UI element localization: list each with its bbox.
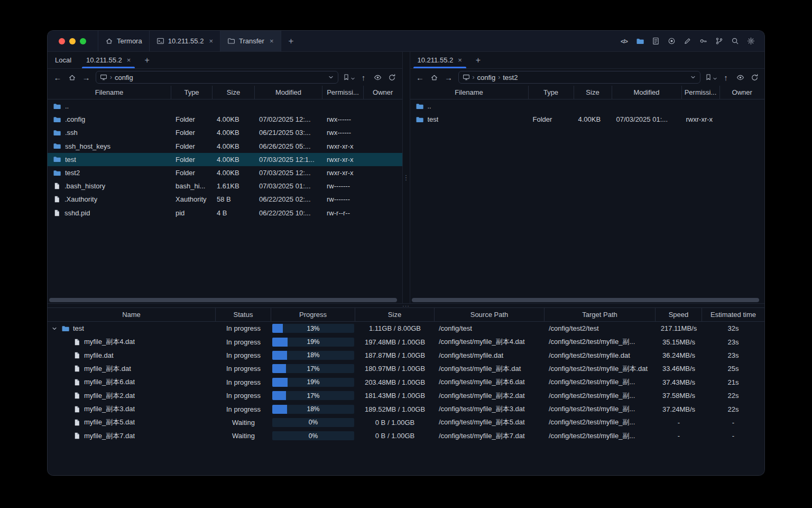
panel-tab-10.211.55.2[interactable]: 10.211.55.2× — [79, 52, 138, 68]
size-cell: 4.00KB — [213, 115, 255, 123]
back-button[interactable]: ← — [51, 71, 64, 84]
close-window-button[interactable] — [59, 38, 65, 44]
column-header-owner[interactable]: Owner — [720, 86, 765, 99]
key-icon[interactable] — [699, 37, 708, 46]
home-button[interactable] — [428, 71, 441, 84]
column-header-speed[interactable]: Speed — [656, 308, 702, 321]
column-header-owner[interactable]: Owner — [364, 86, 402, 99]
bookmark-button[interactable] — [704, 71, 718, 84]
refresh-button[interactable] — [386, 71, 399, 84]
filename-label: ssh_host_keys — [65, 142, 110, 150]
column-header-source-path[interactable]: Source Path — [435, 308, 545, 321]
column-header-estimated-time[interactable]: Estimated time — [702, 308, 764, 321]
record-icon[interactable] — [667, 37, 676, 46]
chevron-down-icon[interactable] — [690, 74, 696, 80]
column-header-type[interactable]: Type — [171, 86, 213, 99]
path-breadcrumb[interactable]: ›config — [96, 71, 338, 84]
transfer-row-myfile-.dat[interactable]: myfile_副本.datIn progress17%180.97MB / 1.… — [48, 362, 764, 375]
log-icon[interactable] — [651, 37, 660, 46]
transfer-row-myfile-2.dat[interactable]: myfile_副本2.datIn progress17%181.43MB / 1… — [48, 389, 764, 402]
file-row-ssh-host-keys[interactable]: ssh_host_keysFolder4.00KB06/26/2025 05:.… — [48, 140, 402, 153]
transfer-row-myfile-7.dat[interactable]: myfile_副本7.datWaiting0%0 B / 1.00GB/conf… — [48, 429, 764, 442]
column-header-size[interactable]: Size — [355, 308, 435, 321]
transfer-row-myfile-6.dat[interactable]: myfile_副本6.datIn progress19%203.48MB / 1… — [48, 376, 764, 389]
column-header-modified[interactable]: Modified — [255, 86, 322, 99]
column-header-target-path[interactable]: Target Path — [545, 308, 656, 321]
path-breadcrumb[interactable]: ›config›test2 — [458, 71, 701, 84]
file-row-.xauthority[interactable]: .XauthorityXauthority58 B06/22/2025 02:.… — [48, 193, 402, 206]
filename-label: .ssh — [65, 129, 78, 137]
close-tab-icon[interactable]: × — [270, 38, 274, 44]
code-icon[interactable]: </> — [620, 37, 629, 46]
close-tab-icon[interactable]: × — [458, 57, 462, 64]
show-hidden-files-button[interactable] — [372, 71, 384, 84]
file-row-test2[interactable]: test2Folder4.00KB07/03/2025 12:...rwxr-x… — [48, 166, 402, 179]
app-tab-transfer[interactable]: Transfer× — [220, 31, 281, 51]
column-header-filename[interactable]: Filename — [48, 86, 171, 99]
column-header-size[interactable]: Size — [213, 86, 255, 99]
forward-button[interactable]: → — [442, 71, 455, 84]
show-hidden-files-button[interactable] — [734, 71, 746, 84]
horizontal-scrollbar-thumb[interactable] — [412, 298, 760, 302]
progress-cell: 13% — [271, 324, 355, 333]
edit-icon[interactable] — [683, 37, 692, 46]
column-header-progress[interactable]: Progress — [271, 308, 355, 321]
new-tab-button[interactable]: + — [281, 31, 301, 51]
column-header-filename[interactable]: Filename — [410, 86, 529, 99]
refresh-button[interactable] — [748, 71, 761, 84]
file-row-test[interactable]: testFolder4.00KB07/03/2025 12:1...rwxr-x… — [48, 153, 402, 166]
collapse-chevron-icon[interactable] — [51, 325, 58, 332]
folder-icon[interactable] — [635, 37, 644, 46]
source-path-cell: /config/test/myfile_副本4.dat — [435, 337, 545, 347]
column-header-name[interactable]: Name — [48, 308, 216, 321]
file-row-.config[interactable]: .configFolder4.00KB07/02/2025 12:...rwx-… — [48, 113, 402, 126]
column-header-type[interactable]: Type — [529, 86, 574, 99]
transfer-splitter[interactable]: ··· — [48, 303, 764, 308]
file-row-.ssh[interactable]: .sshFolder4.00KB06/21/2025 03:...rwx----… — [48, 126, 402, 139]
column-header-size[interactable]: Size — [574, 86, 612, 99]
column-header-permissi...[interactable]: Permissi... — [682, 86, 720, 99]
file-row-..[interactable]: .. — [48, 99, 402, 113]
size-cell: 4.00KB — [574, 115, 612, 123]
close-tab-icon[interactable]: × — [209, 38, 213, 44]
transfer-row-myfile-4.dat[interactable]: myfile_副本4.datIn progress19%197.48MB / 1… — [48, 335, 764, 348]
file-list: ...configFolder4.00KB07/02/2025 12:...rw… — [48, 99, 402, 303]
search-icon[interactable] — [731, 37, 740, 46]
parent-directory-button[interactable]: ↑ — [719, 71, 732, 84]
transfer-row-myfile-5.dat[interactable]: myfile_副本5.datWaiting0%0 B / 1.00GB/conf… — [48, 416, 764, 429]
forward-button[interactable]: → — [80, 71, 93, 84]
file-row-..[interactable]: .. — [410, 99, 765, 113]
minimize-window-button[interactable] — [69, 38, 76, 44]
panel-tab-local[interactable]: Local — [48, 52, 79, 68]
panel-splitter[interactable]: ⋮ — [402, 52, 410, 303]
settings-icon[interactable] — [746, 37, 755, 46]
column-header-modified[interactable]: Modified — [612, 86, 682, 99]
new-panel-tab-button[interactable]: + — [138, 52, 155, 68]
parent-directory-button[interactable]: ↑ — [357, 71, 370, 84]
app-tab-termora[interactable]: Termora — [98, 31, 150, 51]
panel-toolbar: ←→›config↑ — [48, 69, 402, 86]
back-button[interactable]: ← — [414, 71, 427, 84]
chevron-down-icon[interactable] — [328, 74, 334, 80]
file-row-.bash-history[interactable]: .bash_historybash_hi...1.61KB07/03/2025 … — [48, 179, 402, 193]
bookmark-button[interactable] — [342, 71, 356, 84]
transfer-row-myfile.dat[interactable]: myfile.datIn progress18%187.87MB / 1.00G… — [48, 349, 764, 362]
file-row-test[interactable]: testFolder4.00KB07/03/2025 01:...rwxr-xr… — [410, 113, 765, 126]
panel-tab-10.211.55.2[interactable]: 10.211.55.2× — [410, 52, 469, 68]
branch-icon[interactable] — [715, 37, 724, 46]
folder-icon — [416, 115, 424, 124]
new-panel-tab-button[interactable]: + — [469, 52, 487, 68]
column-header-status[interactable]: Status — [216, 308, 271, 321]
close-tab-icon[interactable]: × — [127, 57, 131, 64]
computer-icon — [100, 74, 107, 81]
column-header-permissi...[interactable]: Permissi... — [322, 86, 364, 99]
zoom-window-button[interactable] — [80, 38, 86, 44]
file-icon — [73, 365, 81, 373]
transfer-row-myfile-3.dat[interactable]: myfile_副本3.datIn progress18%189.52MB / 1… — [48, 402, 764, 415]
home-button[interactable] — [66, 71, 78, 84]
file-row-sshd.pid[interactable]: sshd.pidpid4 B06/22/2025 10:...rw-r--r-- — [48, 206, 402, 220]
breadcrumb-separator: › — [473, 74, 475, 81]
app-tab-10.211.55.2[interactable]: 10.211.55.2× — [150, 31, 220, 51]
horizontal-scrollbar-thumb[interactable] — [49, 298, 397, 302]
transfer-row-test[interactable]: testIn progress13%1.11GB / 8.00GB/config… — [48, 322, 764, 335]
